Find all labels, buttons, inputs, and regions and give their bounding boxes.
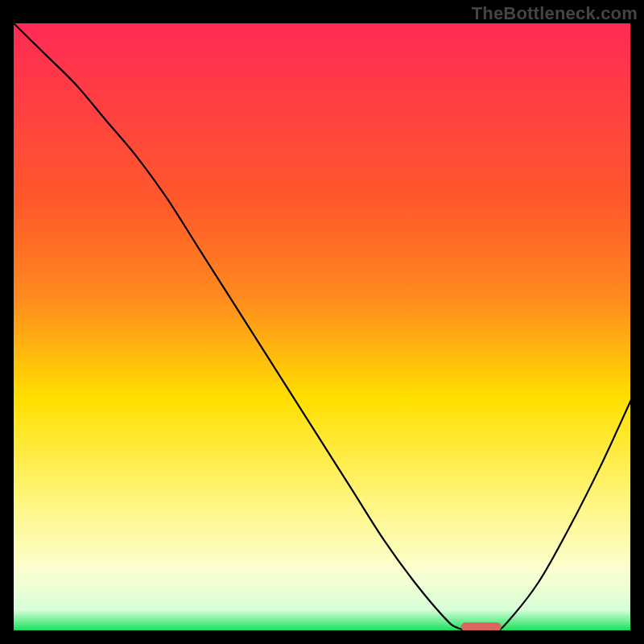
svg-rect-1 (13, 23, 631, 631)
watermark-label: TheBottleneck.com (472, 3, 638, 24)
chart-container: TheBottleneck.com (0, 0, 644, 644)
optimum-marker (461, 622, 502, 631)
bottleneck-chart (0, 0, 644, 644)
